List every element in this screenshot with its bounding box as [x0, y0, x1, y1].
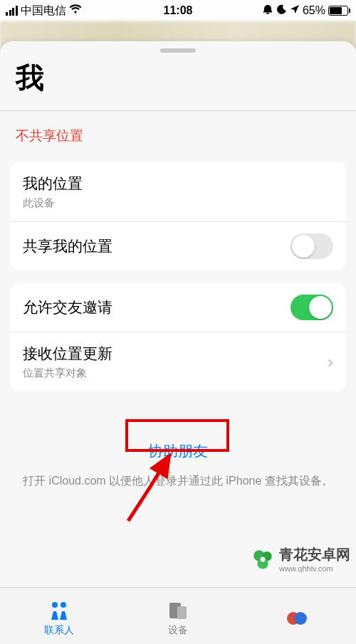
allow-friend-requests-label: 允许交友邀请: [23, 297, 290, 317]
watermark: 青花安卓网 www.qhhlv.com: [251, 545, 350, 573]
chevron-right-icon: ›: [328, 352, 333, 372]
page-title: 我: [0, 57, 356, 110]
devices-icon: [167, 600, 189, 621]
status-left: 中国电信: [6, 4, 82, 19]
stop-sharing-link[interactable]: 不共享位置: [0, 111, 356, 162]
watermark-text: 青花安卓网: [279, 545, 350, 564]
watermark-logo-icon: [251, 547, 275, 571]
help-friend-block: 协助朋友 打开 iCloud.com 以便他人登录并通过此 iPhone 查找其…: [0, 438, 356, 490]
wifi-icon: [69, 4, 82, 17]
tab-third-icon: [286, 608, 308, 629]
allow-friend-requests-toggle[interactable]: [290, 295, 333, 320]
battery-icon: [328, 6, 350, 16]
help-friend-link[interactable]: 协助朋友: [141, 438, 215, 464]
row-my-location[interactable]: 我的位置 此设备: [10, 162, 346, 221]
tab-bar: 联系人 设备: [0, 587, 356, 644]
do-not-disturb-icon: [276, 4, 287, 18]
watermark-url: www.qhhlv.com: [279, 564, 350, 573]
location-icon: [290, 4, 300, 17]
settings-group-friends: 允许交友邀请 接收位置更新 位置共享对象 ›: [10, 283, 346, 391]
svg-point-5: [61, 602, 66, 608]
sheet-grabber[interactable]: [160, 48, 196, 53]
status-bar: 中国电信 11:08 65%: [0, 0, 356, 21]
my-location-sub: 此设备: [23, 196, 333, 210]
settings-group-location: 我的位置 此设备 共享我的位置: [10, 162, 346, 270]
people-icon: [47, 600, 71, 621]
svg-rect-7: [177, 606, 187, 619]
row-share-my-location: 共享我的位置: [10, 221, 346, 270]
status-time: 11:08: [164, 4, 193, 17]
status-right: 65%: [262, 4, 350, 18]
tab-devices-label: 设备: [168, 624, 188, 637]
svg-point-3: [261, 556, 266, 561]
my-location-label: 我的位置: [23, 174, 333, 194]
svg-point-4: [52, 602, 58, 608]
signal-icon: [6, 6, 18, 16]
tab-devices[interactable]: 设备: [119, 588, 238, 644]
receive-location-updates-label: 接收位置更新: [23, 344, 322, 364]
share-my-location-label: 共享我的位置: [23, 236, 290, 256]
tab-third[interactable]: [237, 588, 356, 644]
receive-location-updates-sub: 位置共享对象: [23, 366, 322, 380]
help-friend-desc: 打开 iCloud.com 以便他人登录并通过此 iPhone 查找其设备。: [17, 473, 339, 490]
battery-pct: 65%: [303, 4, 325, 17]
alarm-icon: [262, 4, 273, 18]
carrier-label: 中国电信: [21, 4, 66, 19]
share-my-location-toggle[interactable]: [290, 233, 333, 259]
tab-people-label: 联系人: [44, 624, 74, 637]
row-allow-friend-requests: 允许交友邀请: [10, 283, 346, 332]
row-receive-location-updates[interactable]: 接收位置更新 位置共享对象 ›: [10, 332, 346, 391]
tab-people[interactable]: 联系人: [0, 588, 119, 644]
svg-point-9: [294, 612, 307, 625]
